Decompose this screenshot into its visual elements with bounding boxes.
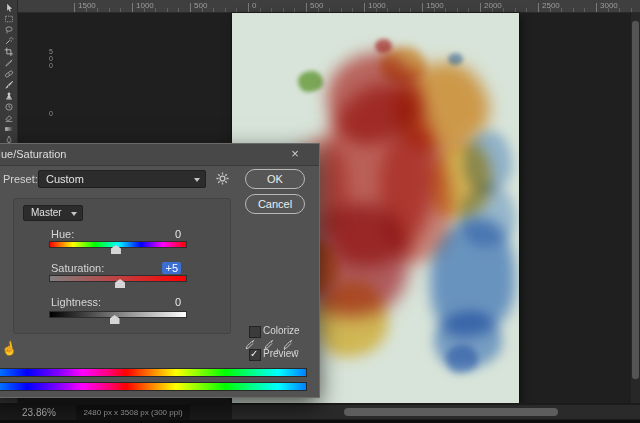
lasso-tool-icon[interactable] xyxy=(2,25,16,35)
watercolor-blob xyxy=(316,281,388,357)
vertical-scrollbar-thumb[interactable] xyxy=(632,21,639,379)
chevron-down-icon xyxy=(71,212,77,216)
hue-slider-thumb[interactable] xyxy=(111,245,121,254)
watercolor-blob xyxy=(460,185,516,247)
ruler-h-label: 2000 xyxy=(484,1,502,10)
ruler-h-label: 1000 xyxy=(136,1,154,10)
marquee-tool-icon[interactable] xyxy=(2,14,16,24)
magic-wand-tool-icon[interactable] xyxy=(2,36,16,46)
ruler-h-label: 500 xyxy=(194,1,207,10)
move-tool-icon[interactable] xyxy=(2,3,16,13)
watercolor-blob xyxy=(298,71,323,92)
ruler-h-label: 1000 xyxy=(368,1,386,10)
lightness-value-text: 0 xyxy=(175,296,181,308)
channel-dropdown[interactable]: Master xyxy=(23,205,83,221)
hue-value-field[interactable]: 0 xyxy=(141,228,181,240)
clone-stamp-tool-icon[interactable] xyxy=(2,91,16,101)
horizontal-ruler: 15001000500050010001500200025003000 xyxy=(18,0,640,13)
vertical-scrollbar[interactable] xyxy=(631,13,640,403)
lightness-value-field[interactable]: 0 xyxy=(141,296,181,308)
saturation-slider[interactable] xyxy=(49,275,187,282)
dialog-titlebar[interactable]: Hue/Saturation × xyxy=(0,144,319,166)
watercolor-blob xyxy=(446,345,478,373)
hue-value-text: 0 xyxy=(175,228,181,240)
watercolor-blob xyxy=(448,53,463,65)
cancel-button[interactable]: Cancel xyxy=(245,194,305,214)
saturation-value-text: +5 xyxy=(162,262,181,274)
ruler-h-label: 1500 xyxy=(426,1,444,10)
hue-spectrum-top xyxy=(0,368,307,377)
targeted-adjustment-icon[interactable]: ☝ xyxy=(0,339,19,357)
saturation-slider-thumb[interactable] xyxy=(115,279,125,288)
hue-slider[interactable] xyxy=(49,241,187,248)
ruler-h-label: 2500 xyxy=(542,1,560,10)
dialog-title: Hue/Saturation xyxy=(0,148,66,160)
hue-label: Hue: xyxy=(51,228,74,240)
lightness-slider-thumb[interactable] xyxy=(110,315,120,324)
document-info[interactable]: 2480 px x 3508 px (300 ppi) xyxy=(76,405,190,420)
brush-tool-icon[interactable] xyxy=(2,80,16,90)
ruler-v-label: 0 xyxy=(47,110,55,117)
ruler-v-label: 5 0 0 xyxy=(47,48,55,69)
ruler-h-label: 500 xyxy=(310,1,323,10)
zoom-level[interactable]: 23.86% xyxy=(22,407,56,418)
preview-checkbox[interactable] xyxy=(249,349,261,361)
preview-label: Preview xyxy=(263,348,299,359)
preset-value: Custom xyxy=(46,173,84,185)
lightness-label: Lightness: xyxy=(51,296,101,308)
watercolor-blob xyxy=(464,131,512,193)
eraser-tool-icon[interactable] xyxy=(2,113,16,123)
close-icon[interactable]: × xyxy=(287,146,303,161)
ok-button[interactable]: OK xyxy=(245,169,305,189)
horizontal-scrollbar[interactable] xyxy=(232,405,640,419)
healing-tool-icon[interactable] xyxy=(2,69,16,79)
history-brush-tool-icon[interactable] xyxy=(2,102,16,112)
ruler-h-label: 3000 xyxy=(600,1,618,10)
ruler-h-label: 1500 xyxy=(78,1,96,10)
app-window: 15001000500050010001500200025003000 5 0 … xyxy=(0,0,640,423)
saturation-label: Saturation: xyxy=(51,262,104,274)
colorize-label: Colorize xyxy=(263,325,300,336)
watercolor-blob xyxy=(375,39,392,53)
watercolor-blob xyxy=(380,47,426,83)
preset-label: Preset: xyxy=(3,173,38,185)
saturation-value-field[interactable]: +5 xyxy=(141,262,181,274)
gradient-tool-icon[interactable] xyxy=(2,124,16,134)
lightness-slider[interactable] xyxy=(49,311,187,318)
ruler-h-label: 0 xyxy=(252,1,256,10)
crop-tool-icon[interactable] xyxy=(2,47,16,57)
hue-saturation-dialog: Hue/Saturation × Preset: Custom OK Cance… xyxy=(0,143,320,398)
chevron-down-icon xyxy=(194,178,200,182)
channel-value: Master xyxy=(31,207,62,218)
hue-spectrum-bottom xyxy=(0,382,307,391)
horizontal-scrollbar-thumb[interactable] xyxy=(344,408,558,416)
gear-icon[interactable] xyxy=(215,171,231,187)
preset-dropdown[interactable]: Custom xyxy=(38,170,206,188)
eyedropper-tool-icon[interactable] xyxy=(2,58,16,68)
